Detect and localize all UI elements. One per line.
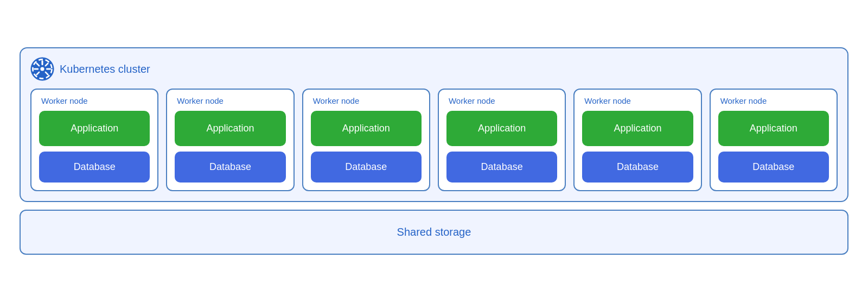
worker-node-4: Worker node Application Database xyxy=(438,89,566,191)
worker-node-1-title: Worker node xyxy=(41,96,88,105)
worker-node-4-db: Database xyxy=(446,152,557,183)
kubernetes-icon xyxy=(30,57,54,81)
worker-node-6-db: Database xyxy=(718,152,829,183)
worker-node-2: Worker node Application Database xyxy=(166,89,294,191)
worker-node-5-db: Database xyxy=(582,152,693,183)
shared-storage-label: Shared storage xyxy=(397,226,471,238)
worker-node-4-app: Application xyxy=(446,111,557,146)
svg-point-1 xyxy=(40,67,44,71)
worker-node-3-title: Worker node xyxy=(313,96,360,105)
svg-rect-3 xyxy=(42,60,43,65)
cluster-header: Kubernetes cluster xyxy=(30,57,838,81)
worker-node-3-db: Database xyxy=(311,152,422,183)
worker-node-2-db: Database xyxy=(175,152,285,183)
worker-node-2-title: Worker node xyxy=(177,96,224,105)
worker-node-6: Worker node Application Database xyxy=(710,89,838,191)
shared-storage: Shared storage xyxy=(20,210,848,255)
worker-node-5-app: Application xyxy=(582,111,693,146)
worker-node-2-app: Application xyxy=(175,111,285,146)
worker-node-3-app: Application xyxy=(311,111,422,146)
worker-node-4-title: Worker node xyxy=(449,96,495,105)
worker-node-5-title: Worker node xyxy=(584,96,631,105)
worker-nodes-row: Worker node Application Database Worker … xyxy=(30,89,838,191)
worker-node-3: Worker node Application Database xyxy=(302,89,430,191)
worker-node-1: Worker node Application Database xyxy=(30,89,158,191)
worker-node-5: Worker node Application Database xyxy=(573,89,701,191)
svg-rect-10 xyxy=(34,68,39,70)
cluster-title: Kubernetes cluster xyxy=(60,63,150,76)
outer-container: Kubernetes cluster Worker node Applicati… xyxy=(11,39,857,263)
worker-node-1-db: Database xyxy=(39,152,150,183)
worker-node-6-app: Application xyxy=(718,111,829,146)
kubernetes-cluster: Kubernetes cluster Worker node Applicati… xyxy=(20,47,848,202)
worker-node-6-title: Worker node xyxy=(720,96,767,105)
worker-node-1-app: Application xyxy=(39,111,150,146)
svg-rect-7 xyxy=(46,68,51,70)
